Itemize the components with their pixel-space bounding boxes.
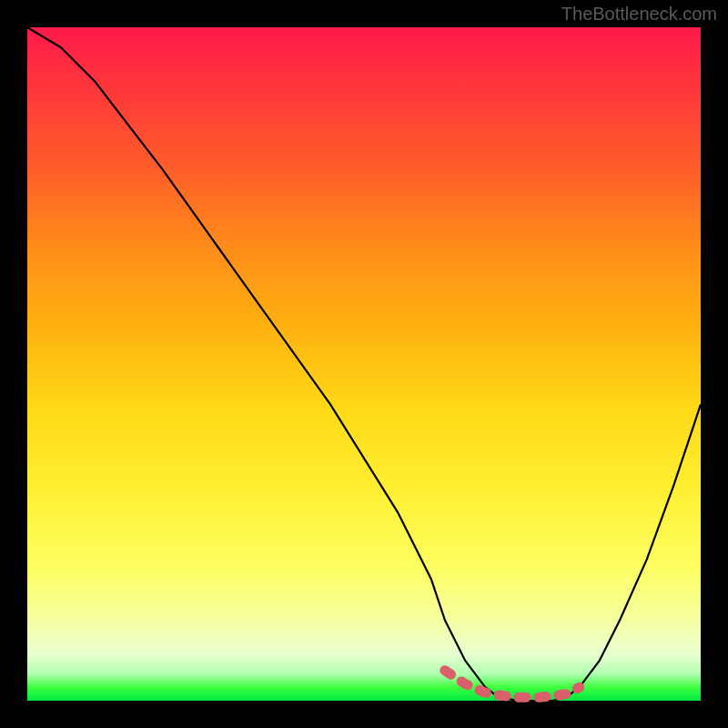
- chart-svg: [27, 27, 701, 701]
- chart-container: [27, 27, 701, 701]
- watermark-text: TheBottleneck.com: [561, 4, 717, 25]
- bottleneck-curve: [27, 27, 701, 701]
- optimal-range-highlight: [445, 671, 580, 698]
